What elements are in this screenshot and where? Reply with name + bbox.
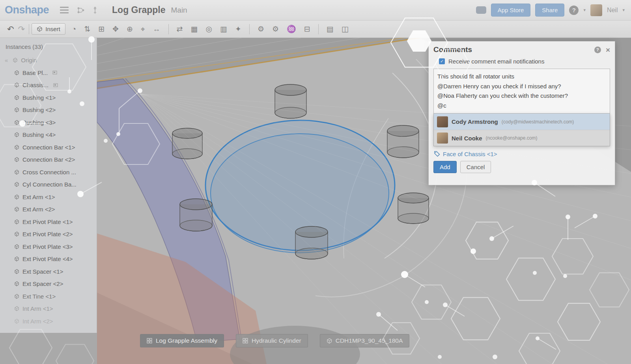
bushing-cylinder[interactable] bbox=[387, 125, 419, 158]
assembly-features-icon[interactable]: ⚙ bbox=[272, 24, 279, 34]
help-caret-icon[interactable]: ▾ bbox=[583, 7, 586, 13]
instance-row[interactable]: Ext Pivot Plate <2> bbox=[0, 228, 97, 241]
part-icon bbox=[14, 207, 19, 212]
toolbar-divider bbox=[29, 24, 29, 34]
move-part-icon[interactable]: ✥ bbox=[112, 24, 119, 34]
instance-label: Bushing <1> bbox=[22, 94, 56, 101]
instance-row[interactable]: Bushing <3> bbox=[0, 116, 97, 129]
collapse-icon[interactable]: « bbox=[5, 57, 8, 63]
insert-button[interactable]: Insert bbox=[32, 23, 65, 35]
group-icon[interactable]: ⊞ bbox=[98, 24, 105, 34]
onshape-logo[interactable]: Onshape bbox=[5, 4, 49, 16]
insert-part-icon bbox=[37, 26, 43, 32]
instance-label: Connection Bar <2> bbox=[22, 156, 75, 163]
insert-button-label: Insert bbox=[45, 26, 60, 32]
fasten-icon[interactable]: ⊕ bbox=[127, 24, 133, 34]
user-avatar[interactable] bbox=[590, 4, 602, 16]
part-icon bbox=[14, 70, 19, 75]
bushing-cylinder[interactable] bbox=[295, 226, 328, 259]
instance-row[interactable]: Ext Pivot Plate <1> bbox=[0, 216, 97, 228]
part-icon bbox=[327, 338, 332, 344]
instance-row[interactable]: Int Arm <1> bbox=[0, 302, 97, 315]
cancel-comment-button[interactable]: Cancel bbox=[460, 161, 491, 173]
notifications-row: ✓ Receive comment email notifications bbox=[439, 58, 609, 65]
part-icon bbox=[14, 95, 19, 100]
mention-item[interactable]: Neil Cooke(ncooke@onshape.com) bbox=[434, 130, 610, 146]
instance-label: Origin bbox=[21, 57, 37, 63]
part-icon bbox=[14, 82, 19, 88]
instance-row[interactable]: Ext Arm <2> bbox=[0, 203, 97, 216]
instance-row[interactable]: Bushing <4> bbox=[0, 129, 97, 141]
linear-pattern-icon[interactable]: ▦ bbox=[191, 24, 198, 34]
share-button[interactable]: Share bbox=[535, 4, 564, 17]
instance-row[interactable]: Connection Bar <1> bbox=[0, 141, 97, 154]
add-comment-button[interactable]: Add bbox=[433, 161, 457, 173]
interference-check-icon[interactable]: ◫ bbox=[342, 24, 349, 34]
bushing-cylinder[interactable] bbox=[180, 199, 212, 231]
instance-row[interactable]: Bushing <2> bbox=[0, 104, 97, 116]
instance-row[interactable]: «Origin bbox=[0, 54, 97, 67]
user-name: Neil bbox=[607, 7, 618, 14]
tab-log-grapple-assembly[interactable]: Log Grapple Assembly bbox=[140, 334, 224, 347]
instance-row[interactable]: Chassis... bbox=[0, 79, 97, 91]
undo-icon[interactable]: ↶ bbox=[7, 24, 14, 34]
tab-cdh1mp3-90-45-180a[interactable]: CDH1MP3_90_45_180A bbox=[320, 334, 410, 347]
configurations-icon[interactable]: ⚙ bbox=[258, 24, 264, 34]
comment-context-link[interactable]: Face of Chassis <1> bbox=[443, 151, 497, 157]
instance-row[interactable]: Int Arm <2> bbox=[0, 315, 97, 328]
part-icon bbox=[14, 306, 19, 311]
redo-icon[interactable]: ↷ bbox=[18, 24, 25, 34]
instance-label: Connection Bar <1> bbox=[22, 144, 75, 151]
tab-hydraulic-cylinder[interactable]: Hydraulic Cylinder bbox=[236, 334, 308, 347]
rotate-view-icon[interactable]: ◔ bbox=[72, 25, 76, 34]
circular-pattern-icon[interactable]: ◎ bbox=[205, 24, 212, 34]
measure-icon[interactable]: ↔ bbox=[153, 25, 161, 34]
display-states-icon[interactable]: ⊟ bbox=[304, 24, 310, 34]
instance-label: Int Arm <2> bbox=[22, 318, 53, 325]
bom-table-icon[interactable]: ▤ bbox=[327, 24, 334, 34]
toolbar-icon-strip: ◔⇅⊞✥⊕⌖↔⇄▦◎▥✦⚙⚙♒⊟▤◫ bbox=[72, 24, 349, 34]
app-store-button[interactable]: App Store bbox=[491, 4, 531, 17]
exploded-view-icon[interactable]: ✦ bbox=[235, 24, 241, 34]
instance-row[interactable]: Ext Pivot Plate <3> bbox=[0, 241, 97, 253]
instance-row[interactable]: Cross Connection ... bbox=[0, 166, 97, 179]
help-icon[interactable]: ? bbox=[569, 6, 579, 15]
comments-bubble-icon[interactable] bbox=[476, 6, 486, 14]
comment-input[interactable]: This should fit all rotator units@Darren… bbox=[433, 69, 610, 114]
instance-row[interactable]: Ext Spacer <2> bbox=[0, 278, 97, 290]
notifications-checkbox[interactable]: ✓ bbox=[439, 58, 445, 64]
bushing-cylinder[interactable] bbox=[275, 84, 306, 118]
instance-row[interactable]: Connection Bar <2> bbox=[0, 153, 97, 166]
user-caret-icon[interactable]: ▾ bbox=[622, 7, 625, 13]
mention-email: (ncooke@onshape.com) bbox=[486, 135, 538, 141]
instance-label: Cross Connection ... bbox=[22, 169, 76, 175]
instances-panel: Instances (33) «OriginBase Pl...Chassis.… bbox=[0, 38, 97, 333]
bushing-cylinder[interactable] bbox=[172, 128, 202, 159]
datum-axis-icon[interactable] bbox=[92, 6, 98, 14]
section-view-icon[interactable]: ▥ bbox=[220, 24, 227, 34]
instance-row[interactable]: Ext Arm <1> bbox=[0, 191, 97, 203]
mate-connector-icon[interactable]: ⌖ bbox=[141, 25, 145, 34]
replicate-icon[interactable]: ⇄ bbox=[177, 24, 183, 34]
assembly-toolbar: ↶ ↷ Insert ◔⇅⊞✥⊕⌖↔⇄▦◎▥✦⚙⚙♒⊟▤◫ bbox=[0, 21, 631, 38]
instance-row[interactable]: Bushing <1> bbox=[0, 91, 97, 104]
instance-label: Ext Pivot Plate <2> bbox=[22, 231, 73, 237]
versions-icon[interactable] bbox=[77, 7, 85, 14]
named-positions-icon[interactable]: ♒ bbox=[287, 24, 296, 34]
comments-help-icon[interactable]: ? bbox=[594, 47, 601, 53]
instance-row[interactable]: Ext Tine <1> bbox=[0, 290, 97, 303]
comment-context-row: Face of Chassis <1> bbox=[434, 151, 609, 157]
mate-icon[interactable]: ⇅ bbox=[84, 24, 90, 34]
hamburger-menu-icon[interactable] bbox=[60, 7, 69, 13]
mention-email: (cody@midwestmachinetech.com) bbox=[502, 119, 574, 125]
workspace-branch-name[interactable]: Main bbox=[171, 6, 187, 15]
mention-item[interactable]: Cody Armstrong(cody@midwestmachinetech.c… bbox=[434, 114, 610, 130]
instance-row[interactable]: Ext Pivot Plate <4> bbox=[0, 253, 97, 265]
document-title: Log Grapple bbox=[112, 5, 165, 15]
instance-row[interactable]: Base Pl... bbox=[0, 67, 97, 79]
instance-label: Ext Arm <2> bbox=[22, 206, 55, 213]
instance-row[interactable]: Ext Spacer <1> bbox=[0, 265, 97, 278]
comments-close-icon[interactable]: × bbox=[606, 46, 610, 54]
in-context-icon bbox=[53, 83, 58, 87]
instance-row[interactable]: Cyl Connection Ba... bbox=[0, 178, 97, 191]
